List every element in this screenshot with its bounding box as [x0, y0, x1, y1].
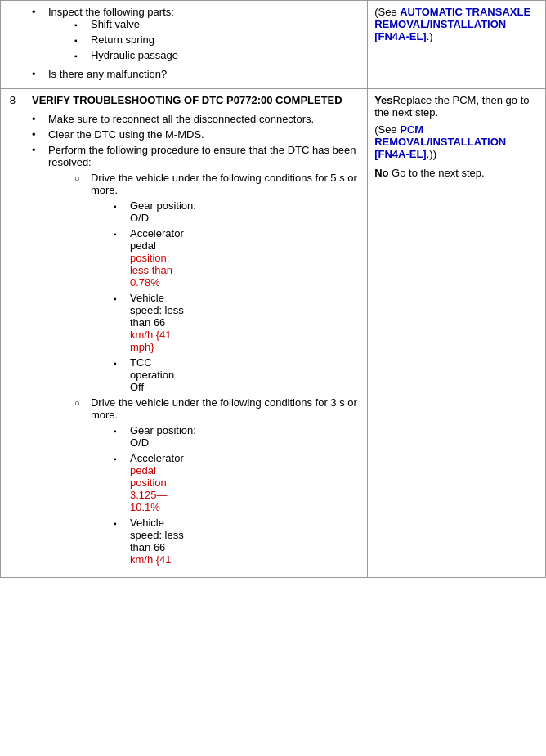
drive-3s-text: Drive the vehicle under the following co…: [91, 396, 360, 421]
result-text-prefix: (See: [374, 6, 400, 18]
return-spring-label: Return spring: [91, 34, 154, 46]
bullet-icon: [74, 396, 87, 409]
speed-label-2b: speed: less: [130, 529, 184, 541]
result-text-suffix: .): [427, 30, 433, 42]
bullet-icon: [74, 18, 87, 30]
bullet-icon: [74, 34, 87, 46]
pcm-link[interactable]: PCM REMOVAL/INSTALLATION [FN4A-EL]: [374, 123, 506, 160]
perform-procedure-text: Perform the following procedure to ensur…: [48, 144, 356, 168]
tcc-condition-1: TCC operation Off: [130, 356, 174, 393]
bullet-icon: [114, 452, 127, 464]
sub-list: Shift valve Return spring Hydraulic pass…: [74, 18, 178, 61]
list-item: Drive the vehicle under the following co…: [74, 172, 360, 196]
list-item: Shift valve: [74, 18, 178, 30]
bullet-icon: [114, 199, 127, 212]
bullet-icon: [114, 292, 127, 304]
bullet-icon: [32, 113, 45, 125]
yes-label: Yes: [374, 94, 392, 106]
result-col-row1: (See AUTOMATIC TRANSAXLE REMOVAL/INSTALL…: [368, 1, 546, 89]
tcc-label-1: TCC: [130, 356, 152, 369]
shift-valve-label: Shift valve: [91, 18, 140, 30]
list-item: Vehicle speed: less than 66 km/h {41 mph…: [114, 292, 360, 353]
speed-value-1b: mph}: [130, 341, 154, 353]
bullet-icon: [114, 424, 127, 436]
yes-result: YesReplace the PCM, then go to the next …: [374, 94, 539, 160]
speed-label-1: Vehicle: [130, 292, 164, 304]
speed-value-2: km/h {41: [130, 553, 172, 566]
bullet-icon: [32, 128, 45, 141]
list-item: Hydraulic passage: [74, 49, 178, 61]
list-item: Clear the DTC using the M-MDS.: [32, 128, 360, 141]
speed-value-1: km/h {41: [130, 329, 172, 341]
no-result: No Go to the next step.: [374, 167, 539, 179]
step-title: VERIFY TROUBLESHOOTING OF DTC P0772:00 C…: [32, 94, 360, 106]
gear-value-1: O/D: [130, 212, 149, 224]
list-item: Is there any malfunction?: [32, 68, 360, 80]
step-number-empty: [1, 1, 25, 89]
gear-value-2: O/D: [130, 436, 149, 449]
speed-label-2: Vehicle: [130, 517, 164, 529]
gear-condition-2: Gear position: O/D: [130, 424, 196, 449]
accel-condition-2: Accelerator pedal position: 3.125— 10.1%: [130, 452, 184, 513]
accel-label-2b: pedal: [130, 464, 156, 476]
list-item: Accelerator pedal position: 3.125— 10.1%: [114, 452, 360, 513]
accel-value-2: 3.125—: [130, 489, 168, 501]
reconnect-text: Make sure to reconnect all the disconnec…: [48, 113, 314, 125]
drive-condition-2: Drive the vehicle under the following co…: [74, 396, 360, 566]
speed-label-1b: speed: less: [130, 304, 184, 316]
accel-label-1b: pedal: [130, 239, 156, 252]
gear-label-2: Gear position:: [130, 424, 196, 436]
result-col-row2: YesReplace the PCM, then go to the next …: [368, 89, 546, 578]
drive-5s-text: Drive the vehicle under the following co…: [91, 172, 360, 196]
bullet-icon: [114, 227, 127, 239]
yes-note-suffix: .): [427, 148, 433, 160]
conditions-5s: Gear position: O/D Accelerator pedal: [114, 199, 360, 393]
accel-value-1b: less than: [130, 264, 172, 276]
bullet-icon: [32, 68, 45, 80]
bullet-icon: [74, 49, 87, 61]
accel-condition-1: Accelerator pedal position: less than 0.…: [130, 227, 184, 289]
speed-condition-1: Vehicle speed: less than 66 km/h {41 mph…: [130, 292, 184, 353]
yes-note-prefix: (See PCM REMOVAL/INSTALLATION [FN4A-EL].…: [374, 123, 539, 160]
tcc-value-1: Off: [130, 381, 144, 393]
list-item: Drive the vehicle under the following co…: [74, 396, 360, 421]
yes-action: Replace the PCM, then go to the next ste…: [374, 94, 529, 119]
list-item: Vehicle speed: less than 66 km/h {41: [114, 517, 360, 566]
list-item: Perform the following procedure to ensur…: [32, 144, 360, 569]
conditions-3s: Gear position: O/D Accelerator pedal: [114, 424, 360, 566]
bullet-icon: [114, 356, 127, 369]
list-item: Accelerator pedal position: less than 0.…: [114, 227, 360, 289]
no-action: Go to the next step.: [392, 167, 484, 179]
list-item: Gear position: O/D: [114, 199, 360, 224]
step-number-8: 8: [1, 89, 25, 578]
hydraulic-passage-label: Hydraulic passage: [91, 49, 178, 61]
no-label: No: [374, 167, 388, 179]
accel-label-2: Accelerator: [130, 452, 184, 464]
main-content-row1: Inspect the following parts: Shift valve…: [25, 1, 367, 89]
gear-condition-1: Gear position: O/D: [130, 199, 196, 224]
inspect-label: Inspect the following parts:: [48, 6, 174, 18]
bullet-icon: [32, 6, 45, 18]
malfunction-question: Is there any malfunction?: [48, 68, 167, 80]
accel-label-1: Accelerator: [130, 227, 184, 239]
speed-condition-2: Vehicle speed: less than 66 km/h {41: [130, 517, 184, 566]
drive-condition-1: Drive the vehicle under the following co…: [74, 172, 360, 393]
list-item: Gear position: O/D: [114, 424, 360, 449]
speed-label-1c: than 66: [130, 316, 165, 329]
list-item: Inspect the following parts: Shift valve…: [32, 6, 360, 65]
bullet-icon: [32, 144, 45, 156]
accel-label-2c: position:: [130, 476, 169, 489]
accel-value-2b: 10.1%: [130, 501, 160, 513]
gear-label-1: Gear position:: [130, 199, 196, 212]
speed-label-2c: than 66: [130, 541, 165, 553]
clear-dtc-text: Clear the DTC using the M-MDS.: [48, 128, 204, 141]
accel-value-1: position:: [130, 252, 169, 264]
list-item: TCC operation Off: [114, 356, 360, 393]
bullet-icon: [114, 517, 127, 529]
list-item: Make sure to reconnect all the disconnec…: [32, 113, 360, 125]
bullet-icon: [74, 172, 87, 184]
list-item: Return spring: [74, 34, 178, 46]
tcc-label-1b: operation: [130, 369, 174, 381]
accel-value-1c: 0.78%: [130, 276, 160, 289]
main-content-row2: VERIFY TROUBLESHOOTING OF DTC P0772:00 C…: [25, 89, 367, 578]
